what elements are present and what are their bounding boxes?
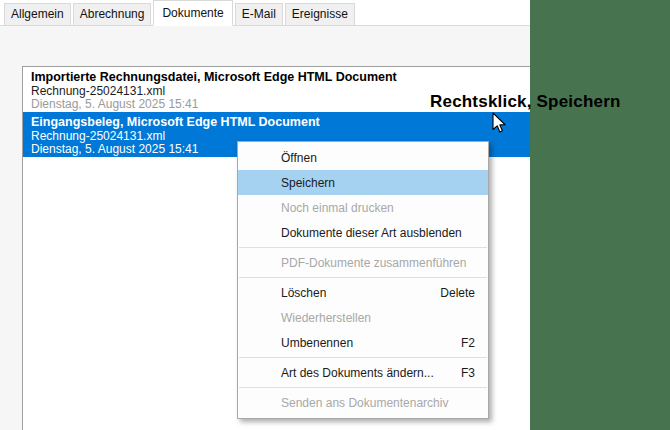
menu-item-dokumente-dieser-art-ausblenden[interactable]: Dokumente dieser Art ausblenden [238,220,488,245]
menu-item-label: Wiederherstellen [281,311,371,325]
menu-item-label: Löschen [281,286,326,300]
menu-item-label: Umbenennen [281,336,353,350]
menu-item-loeschen[interactable]: Löschen Delete [238,280,488,305]
menu-item-shortcut: F3 [461,366,475,380]
document-title: Eingangsbeleg, Microsoft Edge HTML Docum… [31,116,530,130]
menu-item-oeffnen[interactable]: Öffnen [238,145,488,170]
menu-item-art-des-dokuments-aendern[interactable]: Art des Dokuments ändern... F3 [238,360,488,385]
menu-item-label: Öffnen [281,151,317,165]
menu-item-speichern[interactable]: Speichern [238,170,488,195]
tab-strip: Allgemein Abrechnung Dokumente E-Mail Er… [0,0,530,26]
screenshot-stage: Allgemein Abrechnung Dokumente E-Mail Er… [0,0,670,430]
menu-item-shortcut: Delete [440,286,475,300]
tab-allgemein[interactable]: Allgemein [4,3,71,26]
menu-item-label: PDF-Dokumente zusammenführen [281,256,466,270]
tab-abrechnung[interactable]: Abrechnung [73,3,152,26]
menu-item-shortcut: F2 [461,336,475,350]
menu-item-label: Art des Dokuments ändern... [281,366,434,380]
menu-item-pdf-dokumente-zusammenfuehren: PDF-Dokumente zusammenführen [238,250,488,275]
document-title: Importierte Rechnungsdatei, Microsoft Ed… [31,71,530,85]
menu-separator [239,277,487,278]
menu-item-label: Senden ans Dokumentenarchiv [281,396,448,410]
context-menu: Öffnen Speichern Noch einmal drucken Dok… [237,141,489,419]
menu-item-label: Noch einmal drucken [281,201,394,215]
menu-separator [239,357,487,358]
menu-item-label: Dokumente dieser Art ausblenden [281,226,462,240]
menu-item-umbenennen[interactable]: Umbenennen F2 [238,330,488,355]
menu-item-senden-ans-dokumentenarchiv: Senden ans Dokumentenarchiv [238,390,488,415]
tab-ereignisse[interactable]: Ereignisse [285,3,355,26]
annotation-rechtsklick-speichern: Rechtsklick, Speichern [430,92,621,112]
tab-email[interactable]: E-Mail [235,3,283,26]
mouse-cursor-icon [491,112,507,138]
menu-item-wiederherstellen: Wiederherstellen [238,305,488,330]
tab-dokumente[interactable]: Dokumente [153,0,232,26]
menu-item-noch-einmal-drucken: Noch einmal drucken [238,195,488,220]
menu-item-label: Speichern [281,176,335,190]
menu-separator [239,387,487,388]
menu-separator [239,247,487,248]
